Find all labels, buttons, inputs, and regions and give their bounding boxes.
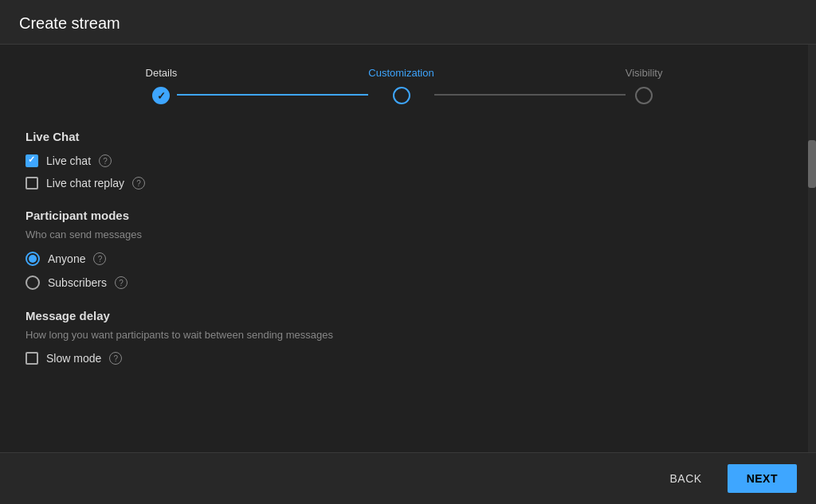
- back-button[interactable]: BACK: [657, 466, 715, 491]
- step-details-check: ✓: [157, 90, 166, 102]
- footer: BACK NEXT: [0, 452, 816, 504]
- slow-mode-checkbox[interactable]: [26, 352, 38, 365]
- slow-mode-help-icon[interactable]: ?: [109, 352, 122, 365]
- slow-mode-label: Slow mode: [46, 352, 101, 365]
- step-details-label: Details: [146, 67, 178, 79]
- scrollbar[interactable]: [808, 45, 816, 452]
- message-delay-section: Message delay How long you want particip…: [26, 309, 783, 365]
- anyone-radio[interactable]: [26, 252, 40, 266]
- live-chat-option: Live chat ?: [26, 154, 783, 167]
- next-button[interactable]: NEXT: [728, 464, 797, 493]
- slow-mode-option: Slow mode ?: [26, 352, 783, 365]
- message-delay-title: Message delay: [26, 309, 783, 322]
- live-chat-checkbox[interactable]: [26, 154, 38, 167]
- page-title: Create stream: [19, 14, 797, 33]
- subscribers-label: Subscribers: [48, 276, 107, 289]
- live-chat-replay-label: Live chat replay: [46, 177, 124, 189]
- step-details-circle: ✓: [152, 87, 170, 104]
- line-2: [434, 94, 626, 96]
- anyone-option: Anyone ?: [26, 252, 783, 266]
- participant-modes-subtitle: Who can send messages: [26, 229, 783, 240]
- step-details: Details ✓: [146, 67, 178, 104]
- anyone-help-icon[interactable]: ?: [93, 252, 106, 265]
- participant-modes-title: Participant modes: [26, 209, 783, 222]
- live-chat-section: Live Chat Live chat ? Live chat replay ?: [26, 130, 783, 189]
- scrollbar-thumb[interactable]: [808, 140, 816, 188]
- step-customization-circle: [393, 87, 410, 104]
- live-chat-replay-option: Live chat replay ?: [26, 177, 783, 189]
- participant-modes-section: Participant modes Who can send messages …: [26, 209, 783, 290]
- step-visibility-label: Visibility: [626, 67, 663, 79]
- content-area: Details ✓ Customization Visibility: [0, 45, 808, 452]
- step-customization: Customization: [368, 67, 434, 104]
- steps-progress: Details ✓ Customization Visibility: [26, 45, 783, 130]
- message-delay-subtitle: How long you want participants to wait b…: [26, 329, 783, 341]
- step-customization-label: Customization: [368, 67, 434, 79]
- title-bar: Create stream: [0, 0, 816, 45]
- subscribers-option: Subscribers ?: [26, 275, 783, 290]
- main-container: Details ✓ Customization Visibility: [0, 45, 816, 452]
- live-chat-replay-help-icon[interactable]: ?: [132, 177, 145, 189]
- step-visibility: Visibility: [626, 67, 663, 104]
- subscribers-radio[interactable]: [26, 275, 40, 290]
- live-chat-label: Live chat: [46, 154, 91, 167]
- subscribers-help-icon[interactable]: ?: [115, 276, 128, 289]
- live-chat-replay-checkbox[interactable]: [26, 177, 38, 189]
- live-chat-title: Live Chat: [26, 130, 783, 143]
- live-chat-help-icon[interactable]: ?: [99, 154, 112, 167]
- step-visibility-circle: [635, 87, 653, 104]
- line-1: [177, 94, 368, 96]
- anyone-label: Anyone: [48, 252, 85, 265]
